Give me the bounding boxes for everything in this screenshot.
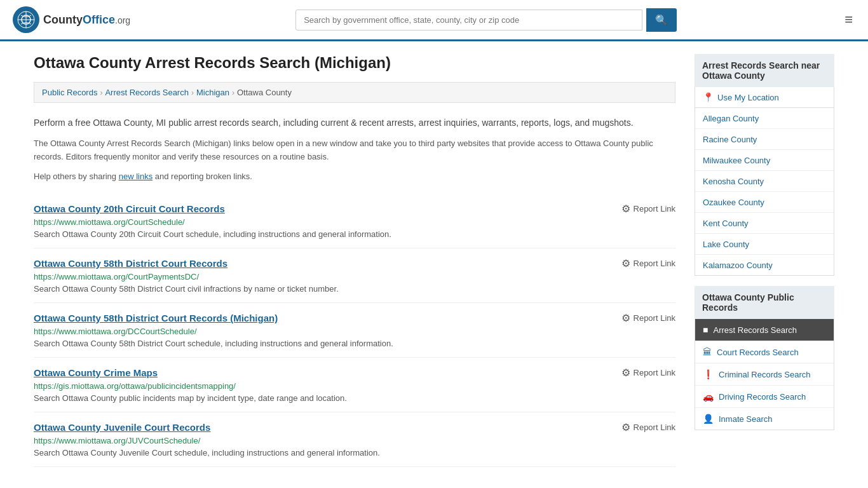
report-link-label: Report Link — [634, 259, 675, 268]
use-location-item: 📍 Use My Location — [695, 87, 834, 107]
search-area: 🔍 — [295, 8, 677, 32]
breadcrumb-sep-2: › — [191, 88, 194, 97]
breadcrumb-sep-1: › — [100, 88, 102, 97]
share-note-pre: Help others by sharing — [34, 172, 119, 181]
public-record-item: ■ Arrest Records Search — [695, 319, 834, 341]
public-record-link[interactable]: ❗ Criminal Records Search — [695, 363, 834, 385]
nearby-county-item: Milwaukee County — [695, 150, 834, 171]
record-title[interactable]: Ottawa County 58th District Court Record… — [34, 258, 227, 269]
report-link-icon: ⚙ — [621, 421, 630, 433]
logo-text: CountyOffice.org — [43, 13, 130, 27]
nearby-county-item: Kalamazoo County — [695, 255, 834, 275]
record-header: Ottawa County Juvenile Court Records ⚙ R… — [34, 421, 675, 433]
pub-record-label: Arrest Records Search — [713, 325, 797, 335]
record-url: https://www.miottawa.org/JUVCourtSchedul… — [34, 436, 675, 445]
pub-icon: ❗ — [703, 369, 714, 379]
report-link-icon: ⚙ — [621, 203, 630, 215]
pub-icon: ■ — [703, 325, 708, 335]
nearby-header: Arrest Records Search near Ottawa County — [695, 54, 834, 87]
nearby-county-link[interactable]: Lake County — [703, 240, 749, 249]
share-note: Help others by sharing new links and rep… — [34, 172, 675, 181]
nearby-county-link[interactable]: Racine County — [703, 135, 757, 144]
site-header: CountyOffice.org 🔍 ≡ — [0, 0, 868, 41]
record-item: Ottawa County Crime Maps ⚙ Report Link h… — [34, 358, 675, 412]
record-desc: Search Ottawa County Juvenile Court sche… — [34, 448, 675, 458]
report-link-label: Report Link — [634, 313, 675, 323]
nearby-counties-list: Allegan CountyRacine CountyMilwaukee Cou… — [695, 108, 834, 276]
pub-icon: 🚗 — [703, 391, 714, 402]
use-location-link[interactable]: Use My Location — [717, 93, 779, 102]
search-button[interactable]: 🔍 — [646, 8, 677, 32]
report-link[interactable]: ⚙ Report Link — [621, 367, 675, 379]
logo-icon — [13, 6, 39, 33]
record-header: Ottawa County 58th District Court Record… — [34, 257, 675, 269]
nearby-county-item: Lake County — [695, 234, 834, 255]
public-record-link[interactable]: 🚗 Driving Records Search — [695, 386, 834, 407]
report-link-label: Report Link — [634, 423, 675, 432]
breadcrumb-current: Ottawa County — [237, 88, 292, 97]
report-link[interactable]: ⚙ Report Link — [621, 421, 675, 433]
nearby-county-link[interactable]: Ozaukee County — [703, 198, 764, 207]
record-url: https://gis.miottawa.org/ottawa/publicin… — [34, 381, 675, 391]
nearby-county-item: Kenosha County — [695, 171, 834, 192]
breadcrumb-link-public-records[interactable]: Public Records — [42, 88, 97, 97]
public-record-link[interactable]: 👤 Inmate Search — [695, 408, 834, 430]
nearby-county-item: Allegan County — [695, 108, 834, 129]
nearby-county-link[interactable]: Kenosha County — [703, 177, 764, 186]
description-note: The Ottawa County Arrest Records Search … — [34, 137, 675, 164]
page-title: Ottawa County Arrest Records Search (Mic… — [34, 54, 675, 72]
nearby-county-link[interactable]: Kalamazoo County — [703, 261, 773, 270]
record-header: Ottawa County 58th District Court Record… — [34, 312, 675, 324]
main-container: Ottawa County Arrest Records Search (Mic… — [21, 41, 847, 480]
record-title[interactable]: Ottawa County Crime Maps — [34, 367, 158, 378]
nearby-section: Arrest Records Search near Ottawa County… — [695, 54, 834, 276]
nearby-list: 📍 Use My Location — [695, 87, 834, 108]
record-desc: Search Ottawa County public incidents ma… — [34, 393, 675, 403]
nearby-county-link[interactable]: Milwaukee County — [703, 156, 770, 165]
record-item: Ottawa County 58th District Court Record… — [34, 248, 675, 303]
pub-record-label: Driving Records Search — [719, 392, 806, 402]
record-title[interactable]: Ottawa County 58th District Court Record… — [34, 313, 278, 323]
report-link-icon: ⚙ — [621, 312, 630, 324]
nearby-county-link[interactable]: Kent County — [703, 219, 749, 228]
pin-icon: 📍 — [703, 92, 714, 102]
breadcrumb-link-arrest-records[interactable]: Arrest Records Search — [105, 88, 189, 97]
public-records-section: Ottawa County Public Records ■ Arrest Re… — [695, 286, 834, 430]
breadcrumb-link-michigan[interactable]: Michigan — [196, 88, 229, 97]
report-link[interactable]: ⚙ Report Link — [621, 257, 675, 269]
public-record-link[interactable]: ■ Arrest Records Search — [695, 319, 834, 341]
report-link-icon: ⚙ — [621, 257, 630, 269]
share-note-post: and reporting broken links. — [153, 172, 252, 181]
record-title[interactable]: Ottawa County 20th Circuit Court Records — [34, 203, 225, 214]
public-record-item: 🏛 Court Records Search — [695, 341, 834, 363]
public-record-link[interactable]: 🏛 Court Records Search — [695, 341, 834, 363]
public-record-item: ❗ Criminal Records Search — [695, 363, 834, 386]
logo-area: CountyOffice.org — [13, 6, 130, 33]
record-header: Ottawa County 20th Circuit Court Records… — [34, 203, 675, 215]
nearby-county-link[interactable]: Allegan County — [703, 114, 759, 123]
record-url: https://www.miottawa.org/CourtSchedule/ — [34, 217, 675, 227]
record-item: Ottawa County 58th District Court Record… — [34, 303, 675, 358]
public-record-item: 🚗 Driving Records Search — [695, 386, 834, 408]
nearby-county-item: Ozaukee County — [695, 192, 834, 213]
pub-record-label: Inmate Search — [719, 414, 773, 424]
record-item: Ottawa County 20th Circuit Court Records… — [34, 194, 675, 248]
menu-button[interactable]: ≡ — [842, 9, 855, 30]
record-title[interactable]: Ottawa County Juvenile Court Records — [34, 422, 210, 433]
report-link-label: Report Link — [634, 368, 675, 377]
search-input[interactable] — [295, 10, 642, 30]
nearby-county-item: Racine County — [695, 129, 834, 150]
record-url: https://www.miottawa.org/DCCourtSchedule… — [34, 327, 675, 336]
pub-icon: 🏛 — [703, 347, 712, 357]
report-link[interactable]: ⚙ Report Link — [621, 203, 675, 215]
pub-record-label: Criminal Records Search — [719, 370, 811, 379]
record-item: Ottawa County Juvenile Court Records ⚙ R… — [34, 412, 675, 467]
pub-icon: 👤 — [703, 414, 714, 424]
header-right: ≡ — [842, 9, 855, 30]
description-paragraph: Perform a free Ottawa County, MI public … — [34, 116, 675, 130]
pub-record-label: Court Records Search — [717, 348, 799, 357]
record-desc: Search Ottawa County 20th Circuit Court … — [34, 229, 675, 239]
report-link-icon: ⚙ — [621, 367, 630, 379]
new-links-link[interactable]: new links — [119, 172, 153, 181]
report-link[interactable]: ⚙ Report Link — [621, 312, 675, 324]
